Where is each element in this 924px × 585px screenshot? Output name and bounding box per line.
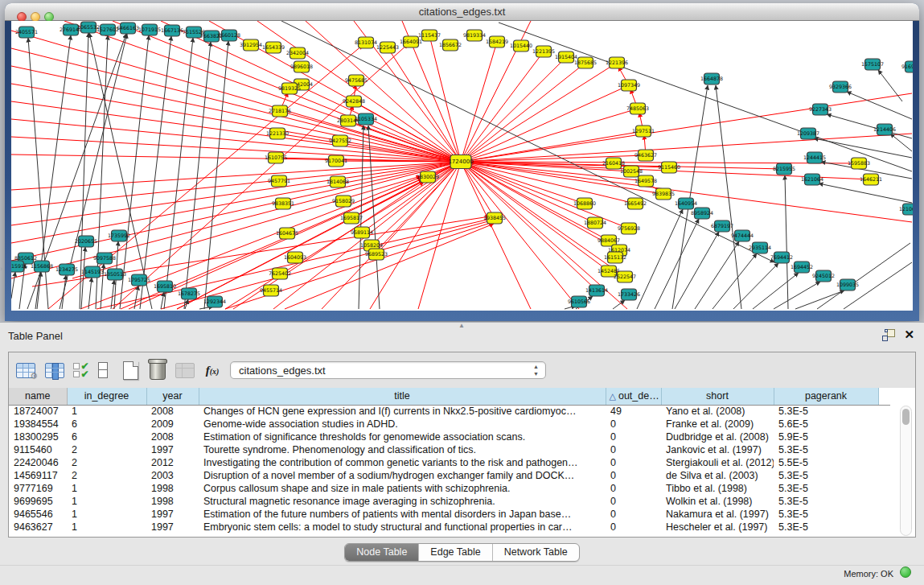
graph-node[interactable]: 9158029 (332, 196, 355, 207)
black-edge[interactable] (695, 241, 739, 309)
tab-network-table[interactable]: Network Table (493, 544, 579, 561)
graph-node[interactable]: 9896018 (290, 61, 313, 72)
table-cell[interactable]: 1 (67, 495, 146, 508)
table-cell[interactable]: 0 (606, 521, 661, 534)
graph-node[interactable]: 1875685 (574, 57, 597, 68)
graph-node[interactable]: 1610755 (265, 152, 287, 163)
graph-node[interactable]: 9839835 (652, 188, 675, 200)
black-edge[interactable] (774, 282, 820, 309)
graph-node[interactable]: 8131074 (355, 37, 377, 48)
black-edge[interactable] (733, 263, 778, 309)
black-edge[interactable] (164, 38, 193, 309)
graph-node[interactable]: 1115437 (418, 30, 441, 41)
black-edge[interactable] (11, 272, 15, 299)
table-cell[interactable]: Estimation of the future numbers of pati… (199, 508, 606, 521)
graph-node[interactable]: 2405571 (15, 27, 38, 38)
red-edge[interactable] (11, 66, 461, 162)
table-cell[interactable]: Investigating the contribution of common… (199, 456, 606, 469)
table-cell[interactable]: 2 (67, 456, 146, 469)
show-column-icon[interactable] (43, 358, 67, 382)
graph-node[interactable]: 1221395 (532, 46, 555, 57)
graph-node[interactable]: 1015440 (510, 40, 532, 51)
graph-node[interactable]: 9329366 (829, 81, 852, 93)
row-options-icon[interactable] (91, 358, 115, 382)
graph-node[interactable]: 9474444 (731, 230, 754, 241)
red-edge[interactable] (11, 162, 461, 225)
graph-node[interactable]: 2105334 (355, 113, 377, 125)
black-edge[interactable] (795, 290, 844, 309)
graph-node[interactable]: 9463627 (634, 150, 657, 161)
graph-node[interactable]: 1221330 (266, 128, 289, 139)
graph-node[interactable]: 9227343 (809, 104, 832, 115)
graph-node[interactable]: 8215955 (773, 163, 795, 175)
table-scrollbar-thumb[interactable] (902, 409, 910, 425)
graph-node[interactable]: 1097349 (618, 80, 640, 91)
table-cell[interactable]: Corpus callosum shape and size in male p… (199, 482, 606, 495)
black-edge[interactable] (890, 134, 912, 151)
table-cell[interactable]: 1 (67, 482, 146, 495)
table-cell[interactable]: Estimation of significance thresholds fo… (199, 431, 606, 443)
graph-node[interactable]: 2718176 (269, 105, 291, 117)
graph-node[interactable]: 1621064 (801, 174, 823, 185)
graph-node[interactable]: 8958924 (691, 208, 713, 219)
graph-node[interactable]: 1156868 (31, 261, 53, 272)
black-edge[interactable] (713, 253, 757, 309)
black-edge[interactable] (88, 278, 92, 309)
graph-node[interactable]: 1733426 (618, 289, 640, 300)
red-edge[interactable] (11, 48, 461, 162)
table-cell[interactable]: Changes of HCN gene expression and I(f) … (199, 405, 606, 418)
graph-node[interactable]: 2342004 (286, 47, 309, 59)
table-cell[interactable]: 9465546 (9, 508, 67, 521)
graph-node[interactable]: 1856672 (439, 39, 462, 51)
table-cell[interactable]: Yano et al. (2008) (661, 405, 774, 418)
table-settings-icon[interactable]: ⚙ (14, 358, 38, 382)
panel-resize-grip[interactable]: ▲ (458, 322, 465, 329)
graph-node[interactable]: 9689523 (365, 249, 388, 260)
table-cell[interactable]: Genome-wide association studies in ADHD. (199, 418, 606, 431)
table-cell[interactable]: Disruption of a novel member of a sodium… (199, 469, 606, 482)
tab-edge-table[interactable]: Edge Table (419, 544, 492, 561)
black-edge[interactable] (785, 175, 788, 309)
table-cell[interactable]: Stergiakouli et al. (2012) (661, 456, 774, 469)
graph-node[interactable]: 1350513 (104, 269, 126, 280)
graph-node[interactable]: 1221396 (606, 57, 628, 68)
delete-icon[interactable] (146, 358, 170, 382)
table-cell[interactable]: 5.9E-5 (774, 431, 878, 443)
graph-node[interactable]: 9170041 (325, 155, 347, 167)
table-cell[interactable]: 22420046 (9, 456, 67, 469)
select-columns-icon[interactable]: ✔✔ (68, 358, 92, 382)
graph-node[interactable]: 2522547 (614, 271, 636, 282)
graph-node[interactable]: 9169885 (901, 61, 913, 72)
graph-node[interactable]: 1209387 (797, 128, 819, 139)
graph-node[interactable]: 9838351 (272, 198, 294, 209)
table-cell[interactable]: 2008 (146, 431, 199, 443)
red-edge[interactable] (11, 101, 461, 162)
table-cell[interactable]: 9699695 (9, 495, 67, 508)
graph-node[interactable]: 9475685 (345, 75, 368, 86)
graph-node[interactable]: 1880724 (584, 217, 606, 229)
graph-node[interactable]: 9457791 (268, 175, 290, 187)
table-cell[interactable]: 2008 (146, 405, 199, 418)
network-window-titlebar[interactable]: citations_edges.txt (5, 3, 919, 21)
table-cell[interactable]: 5.3E-5 (774, 405, 878, 418)
column-header-out_de[interactable]: △out_de… (606, 388, 661, 405)
graph-node[interactable]: 9819334 (463, 30, 486, 41)
black-edge[interactable] (62, 275, 66, 309)
graph-node[interactable]: 3912954 (240, 39, 262, 51)
table-scrollbar[interactable] (900, 406, 912, 536)
red-edge[interactable] (351, 162, 461, 218)
table-cell[interactable]: 1997 (146, 521, 199, 534)
table-cell[interactable]: 2 (67, 443, 146, 456)
graph-node[interactable]: 9427552 (329, 135, 351, 146)
column-header-short[interactable]: short (661, 388, 774, 405)
graph-node[interactable]: 1938455 (483, 212, 506, 224)
graph-node[interactable]: 1595883 (848, 158, 870, 169)
column-header-year[interactable]: year (146, 388, 199, 405)
network-canvas[interactable]: 2405571276914010655321527602646616310719… (11, 21, 913, 311)
hub-graph-node[interactable]: 1724000 (448, 155, 473, 169)
table-cell[interactable]: 49 (606, 405, 661, 418)
table-cell[interactable]: 14569117 (9, 469, 67, 482)
graph-node[interactable]: 1292344 (203, 296, 226, 307)
graph-node[interactable]: 9819325 (278, 83, 301, 94)
red-edge[interactable] (461, 93, 912, 162)
